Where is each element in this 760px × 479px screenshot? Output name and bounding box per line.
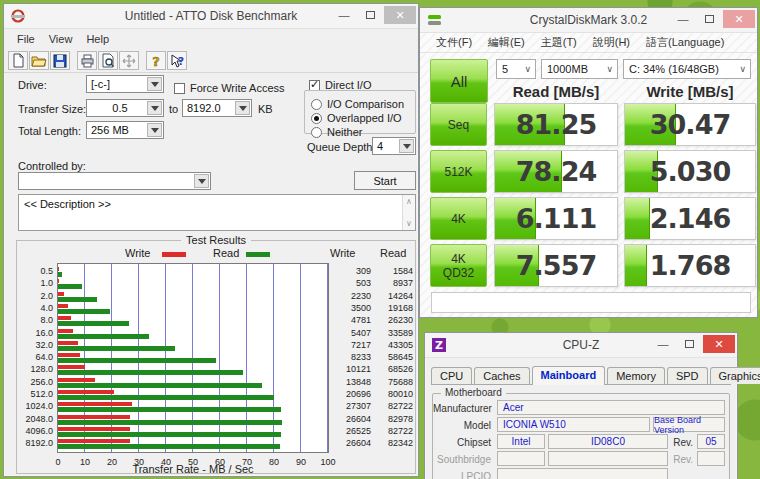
cdm-menu-item[interactable]: 說明(H)	[585, 33, 638, 52]
read-value: 33589	[373, 328, 413, 338]
cpuz-close-button[interactable]: ✕	[703, 335, 735, 353]
force-write-checkbox[interactable]: Force Write Access	[174, 78, 285, 96]
y-axis-label: 512.0	[17, 389, 53, 399]
queue-depth-value: 4	[377, 140, 383, 152]
cdm-read-cell: 6.111	[494, 197, 618, 240]
atto-maximize-button[interactable]	[358, 6, 382, 24]
scroll-up-icon[interactable]: ∧	[406, 197, 412, 206]
atto-toolbar: ??	[4, 49, 418, 73]
context-help-icon[interactable]: ?	[167, 51, 187, 70]
cdm-test-button-4k[interactable]: 4K	[430, 197, 487, 240]
new-file-icon[interactable]	[8, 51, 28, 70]
cdm-maximize-button[interactable]	[697, 10, 721, 28]
write-column-header: Write	[330, 247, 355, 259]
cpuz-titlebar[interactable]: Z CPU-Z — ✕	[425, 333, 737, 358]
controlled-by-arrow-icon[interactable]	[194, 174, 209, 188]
total-length-arrow-icon[interactable]	[147, 123, 162, 137]
cdm-menu-item[interactable]: 主題(T)	[533, 33, 585, 52]
cdm-test-button-4k-qd32[interactable]: 4K QD32	[430, 244, 487, 287]
atto-close-button[interactable]: ✕	[384, 6, 416, 24]
cpuz-tab-caches[interactable]: Caches	[474, 367, 529, 384]
y-axis-label: 1.0	[17, 278, 53, 288]
force-write-checkbox-box[interactable]	[174, 83, 185, 94]
legend-read-swatch	[246, 252, 270, 257]
cdm-read-value: 7.557	[495, 245, 617, 286]
write-value: 8233	[327, 352, 371, 362]
cpuz-tab-cpu[interactable]: CPU	[431, 367, 472, 384]
force-write-label: Force Write Access	[190, 82, 285, 94]
move-icon[interactable]	[119, 51, 139, 70]
radio-button-icon[interactable]	[311, 127, 322, 138]
cdm-read-cell: 81.25	[494, 103, 618, 146]
cdm-test-button-seq[interactable]: Seq	[430, 103, 487, 146]
cdm-close-button[interactable]: ✕	[723, 10, 755, 28]
cdm-menu-item[interactable]: 文件(F)	[428, 33, 480, 52]
cpuz-minimize-button[interactable]: —	[651, 335, 675, 353]
drive-select[interactable]: [-c-]	[86, 75, 164, 93]
description-scrollbar[interactable]: ∧∨	[402, 195, 415, 230]
atto-menu-file[interactable]: File	[10, 31, 42, 47]
read-value: 82342	[373, 438, 413, 448]
read-value: 82722	[373, 426, 413, 436]
cdm-test-count-select[interactable]: 5	[496, 59, 536, 79]
write-value: 5407	[327, 328, 371, 338]
description-box[interactable]: << Description >> ∧∨	[18, 194, 416, 231]
write-bar	[58, 304, 68, 308]
write-value: 2230	[327, 291, 371, 301]
radio-neither[interactable]: Neither	[311, 122, 362, 140]
write-bar	[58, 353, 80, 357]
read-value: 1584	[373, 266, 413, 276]
read-value: 19168	[373, 303, 413, 313]
cdm-read-header: Read [MB/s]	[494, 83, 618, 100]
cdm-write-cell: 30.47	[624, 103, 756, 146]
read-bar	[58, 272, 62, 277]
queue-depth-select[interactable]: 4	[372, 137, 416, 155]
read-bar	[58, 346, 175, 351]
y-axis-label: 4096.0	[17, 426, 53, 436]
transfer-from-select[interactable]: 0.5	[86, 99, 164, 117]
total-length-select[interactable]: 256 MB	[86, 121, 164, 139]
cpuz-tab-mainboard[interactable]: Mainboard	[532, 366, 606, 385]
cdm-write-value: 30.47	[625, 104, 755, 145]
atto-minimize-button[interactable]: —	[332, 6, 356, 24]
cdm-minimize-button[interactable]: —	[671, 10, 695, 28]
southbridge-model-field	[548, 451, 668, 466]
cpuz-maximize-button[interactable]	[677, 335, 701, 353]
transfer-to-select[interactable]: 8192.0	[182, 99, 252, 117]
kb-label: KB	[258, 103, 273, 115]
cdm-test-button-512k[interactable]: 512K	[430, 150, 487, 193]
atto-menu-help[interactable]: Help	[79, 31, 116, 47]
scroll-down-icon[interactable]: ∨	[406, 219, 412, 228]
atto-menu-view[interactable]: View	[42, 31, 80, 47]
write-value: 309	[327, 266, 371, 276]
read-bar	[58, 309, 110, 314]
write-value: 4781	[327, 315, 371, 325]
cpuz-tabs: CPUCachesMainboardMemorySPDGraphicsAbout	[431, 366, 731, 385]
cdm-titlebar[interactable]: CrystalDiskMark 3.0.2 — ✕	[420, 8, 757, 33]
cdm-all-button[interactable]: All	[430, 59, 488, 103]
write-bar	[58, 292, 64, 296]
help-icon[interactable]: ?	[146, 51, 166, 70]
transfer-from-arrow-icon[interactable]	[147, 101, 162, 115]
atto-titlebar[interactable]: Untitled - ATTO Disk Benchmark — ✕	[4, 4, 418, 29]
cpuz-tab-spd[interactable]: SPD	[667, 367, 708, 384]
drive-select-arrow-icon[interactable]	[147, 77, 162, 91]
cdm-test-size-select[interactable]: 1000MB	[541, 59, 618, 79]
cdm-drive-select[interactable]: C: 34% (16/48GB)	[623, 59, 751, 79]
print-icon[interactable]	[77, 51, 97, 70]
cdm-write-value: 1.768	[625, 245, 755, 286]
cpuz-tab-memory[interactable]: Memory	[607, 367, 665, 384]
start-button[interactable]: Start	[354, 171, 416, 190]
cdm-menu-item[interactable]: 語言(Language)	[638, 33, 732, 52]
print-preview-icon[interactable]	[98, 51, 118, 70]
cdm-comment-box[interactable]	[431, 292, 751, 313]
open-file-icon[interactable]	[29, 51, 49, 70]
queue-depth-arrow-icon[interactable]	[399, 139, 414, 153]
transfer-to-arrow-icon[interactable]	[235, 101, 250, 115]
write-bar	[58, 329, 73, 333]
save-file-icon[interactable]	[50, 51, 70, 70]
cdm-menu-item[interactable]: 編輯(E)	[480, 33, 533, 52]
controlled-by-select[interactable]	[18, 172, 211, 190]
svg-text:?: ?	[152, 54, 160, 68]
cpuz-tab-graphics[interactable]: Graphics	[710, 367, 760, 384]
